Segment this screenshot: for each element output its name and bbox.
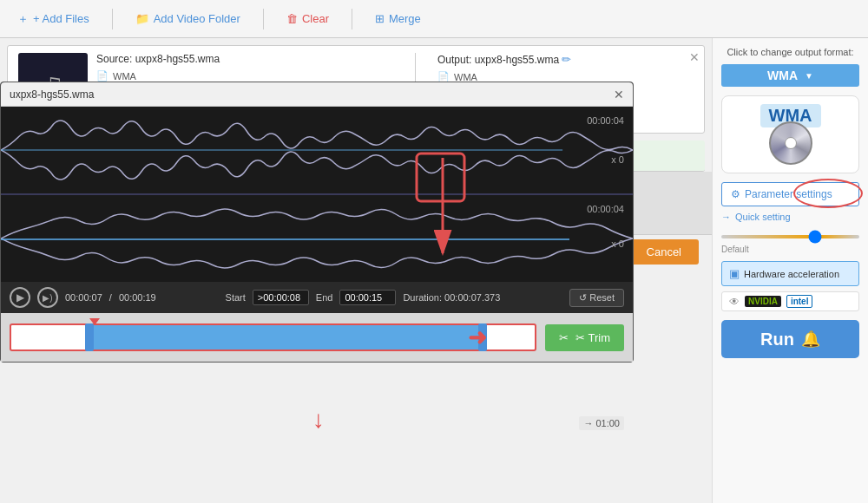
reset-button[interactable]: ↺ Reset: [569, 289, 624, 307]
modal-title: uxpx8-hgs55.wma: [10, 88, 94, 101]
add-files-button[interactable]: ＋ + Add Files: [9, 7, 98, 31]
trash-icon: 🗑: [286, 12, 298, 25]
trim-scissors-icon: ✂: [559, 331, 569, 344]
trim-area: ➜ ✂ ✂ Trim: [1, 313, 633, 362]
time-separator: /: [109, 292, 112, 303]
trim-label: ✂ Trim: [575, 331, 610, 344]
output-format-label: Click to change output format:: [721, 47, 859, 57]
waveform-top: 00:00:04 x 0: [1, 107, 633, 193]
quick-setting-label: Quick setting: [735, 212, 791, 222]
end-label: End: [316, 292, 333, 303]
trim-arrow-right: ➜: [468, 324, 487, 351]
intel-logo: intel: [786, 295, 813, 308]
source-filename: Source: uxpx8-hgs55.wma: [96, 53, 352, 65]
param-settings-label: Parameter settings: [745, 188, 832, 200]
format-selector[interactable]: WMA ▼: [721, 64, 859, 87]
start-time-input[interactable]: [253, 290, 309, 305]
modal-close-button[interactable]: ✕: [614, 88, 624, 101]
end-time-input[interactable]: [339, 290, 396, 305]
folder-icon: 📁: [135, 12, 149, 25]
quality-slider-area: [721, 229, 859, 241]
disc-hole: [785, 137, 797, 149]
playback-controls: ▶ ▶) 00:00:07 / 00:00:19 Start End Durat…: [1, 282, 633, 313]
play-button[interactable]: ▶: [10, 287, 30, 308]
clear-label: Clear: [302, 12, 329, 25]
format-icon: 📄: [96, 70, 108, 82]
hw-accel-button[interactable]: ▣ Hardware acceleration: [721, 261, 859, 286]
plus-icon: ＋: [17, 11, 29, 27]
settings-gear-icon: ⚙: [731, 188, 740, 200]
reset-label: Reset: [589, 292, 615, 303]
duration-label: Duration: 00:00:07.373: [403, 292, 500, 303]
quality-slider[interactable]: [721, 235, 859, 238]
slow-play-button[interactable]: ▶): [37, 287, 58, 308]
wma-disc: WMA: [760, 104, 821, 165]
time-display-top: 00:00:04: [587, 115, 624, 126]
source-format-row: 📄 WMA: [96, 70, 352, 82]
right-panel: Click to change output format: WMA ▼ WMA…: [712, 38, 868, 503]
output-filename: Output: uxpx8-hgs55.wma ✏: [437, 53, 694, 66]
video-editor-modal: uxpx8-hgs55.wma ✕ 00:00:04 x 0: [0, 82, 634, 363]
hw-accel-label: Hardware acceleration: [744, 269, 839, 279]
add-files-label: + Add Files: [33, 12, 89, 25]
x-display-top: x 0: [611, 154, 624, 165]
close-file-panel-button[interactable]: ✕: [689, 50, 700, 64]
start-label: Start: [226, 292, 246, 303]
nvidia-intel-bar: 👁 NVIDIA intel: [721, 291, 859, 311]
hw-icon: ▣: [729, 267, 740, 280]
trim-fill: [89, 325, 482, 349]
reset-icon: ↺: [579, 292, 587, 303]
main-area: ♫ Source: uxpx8-hgs55.wma 📄 WMA ⏱ 00:00:…: [0, 38, 868, 503]
cancel-button[interactable]: Cancel: [629, 239, 699, 265]
eye-icon: 👁: [729, 296, 740, 308]
current-time: 00:00:07: [65, 292, 102, 303]
top-toolbar: ＋ + Add Files 📁 Add Video Folder 🗑 Clear…: [0, 0, 868, 38]
merge-icon: ⊞: [375, 12, 385, 25]
run-button[interactable]: Run 🔔: [721, 320, 859, 358]
output-filename-text: Output: uxpx8-hgs55.wma: [437, 54, 559, 66]
modal-title-bar: uxpx8-hgs55.wma ✕: [1, 82, 633, 107]
trim-button[interactable]: ✂ ✂ Trim: [545, 324, 624, 351]
center-area: ♫ Source: uxpx8-hgs55.wma 📄 WMA ⏱ 00:00:…: [0, 38, 712, 503]
arrow-right-small-icon: →: [721, 212, 731, 222]
merge-label: Merge: [389, 12, 421, 25]
time-display-bottom: 00:00:04: [587, 204, 624, 214]
edit-output-icon[interactable]: ✏: [562, 53, 571, 66]
merge-button[interactable]: ⊞ Merge: [366, 8, 430, 29]
toolbar-separator-2: [263, 9, 264, 29]
trim-handle-left[interactable]: [85, 323, 94, 351]
toolbar-separator-1: [112, 9, 113, 29]
add-video-label: Add Video Folder: [154, 12, 240, 25]
param-settings-button[interactable]: ⚙ Parameter settings: [721, 182, 859, 206]
nvidia-logo: NVIDIA: [745, 296, 781, 307]
right-time-indicator: → 01:00: [579, 416, 624, 430]
toolbar-separator-3: [352, 9, 352, 29]
trim-bar[interactable]: [10, 323, 536, 351]
add-video-button[interactable]: 📁 Add Video Folder: [127, 8, 249, 29]
run-label: Run: [760, 330, 794, 349]
waveform-bottom: 00:00:04 x 0: [1, 195, 633, 282]
default-label: Default: [721, 245, 859, 254]
x-display-bottom: x 0: [611, 238, 624, 249]
bottom-down-arrow: ↓: [312, 406, 325, 434]
total-time: 00:00:19: [119, 292, 156, 303]
source-format: WMA: [113, 71, 136, 82]
waveform-top-svg: [1, 107, 633, 193]
wma-icon-container: WMA: [721, 95, 859, 173]
quick-setting: → Quick setting: [721, 212, 859, 222]
clear-button[interactable]: 🗑 Clear: [278, 8, 338, 29]
chevron-down-icon: ▼: [805, 71, 813, 81]
alarm-icon: 🔔: [801, 330, 820, 349]
format-name: WMA: [767, 69, 798, 82]
output-format: WMA: [454, 72, 477, 82]
